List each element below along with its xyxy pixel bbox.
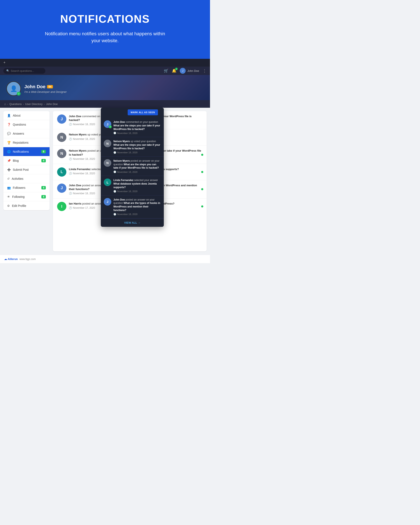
- mark-all-seen-button[interactable]: MARK ALL AS SEEN: [128, 109, 158, 115]
- breadcrumb-current: John Doe: [46, 103, 58, 106]
- sidebar-item-about[interactable]: 👤 About: [3, 111, 50, 120]
- top-bar: +: [0, 59, 210, 66]
- blog-icon: 📌: [7, 159, 11, 162]
- dropdown-meta-4: 🕐 November 18, 2020: [113, 190, 161, 193]
- sidebar-item-blog[interactable]: 📌 Blog 4: [3, 156, 50, 165]
- breadcrumb-user-directory[interactable]: User Directory: [25, 103, 43, 106]
- questions-icon: ❓: [7, 123, 11, 126]
- watermark-logo: ☁ Alilerun: [4, 257, 18, 261]
- dropdown-avatar-5: J: [104, 198, 111, 206]
- breadcrumb-questions[interactable]: Questions: [9, 103, 22, 106]
- dropdown-item-1[interactable]: J ✓ John Doe commented on your question …: [101, 118, 164, 137]
- notif-dot-3: [201, 154, 203, 156]
- dropdown-content-4: Linda Fernandez selected your answer Wha…: [113, 178, 161, 193]
- followers-count: 4: [41, 186, 46, 189]
- user-nav-avatar: J: [180, 68, 186, 74]
- dropdown-date-5: November 18, 2020: [117, 213, 138, 216]
- breadcrumb-sep2: -: [23, 103, 24, 106]
- search-bar[interactable]: 🔍: [3, 68, 45, 74]
- sidebar-label-edit-profile: Edit Profile: [12, 204, 26, 207]
- cart-icon[interactable]: 🛒: [164, 68, 168, 73]
- sidebar-label-reputations: Reputations: [13, 141, 28, 144]
- sidebar-label-about: About: [13, 114, 21, 117]
- breadcrumb-sep1: -: [7, 103, 8, 106]
- clock-icon-1: 🕐: [69, 123, 72, 126]
- notification-dropdown: MARK ALL AS SEEN J ✓ John Doe commented …: [101, 108, 164, 227]
- answers-icon: 💬: [7, 132, 11, 135]
- dropdown-avatar-2: N: [104, 140, 111, 147]
- reputations-icon: 🏆: [7, 141, 11, 144]
- clock-icon-5: 🕐: [69, 192, 72, 195]
- notifications-icon: 🌐: [7, 150, 11, 153]
- dropdown-content-1: John Doe commented on your question What…: [113, 120, 161, 134]
- about-icon: 👤: [7, 114, 11, 117]
- dropdown-item-5[interactable]: J John Doe posted an answer on your ques…: [101, 196, 164, 218]
- dropdown-date-1: November 18, 2020: [117, 132, 138, 134]
- sidebar-item-notifications[interactable]: 🌐 Notifications 6: [3, 147, 50, 156]
- notif-avatar-3: N: [57, 149, 66, 158]
- profile-text: John Doe 64 I'm a Web Developer and Desi…: [24, 84, 67, 94]
- sidebar-item-answers[interactable]: 💬 Answers: [3, 129, 50, 138]
- sidebar-item-submit-post[interactable]: ➕ Submit Post: [3, 165, 50, 174]
- home-icon[interactable]: ⌂: [4, 102, 6, 106]
- notif-avatar-1: J: [57, 114, 66, 124]
- clock-icon-2: 🕐: [69, 138, 72, 141]
- check-badge-1: ✓: [109, 125, 112, 128]
- dropdown-meta-1: 🕐 November 18, 2020: [113, 132, 161, 134]
- breadcrumb: ⌂ - Questions - User Directory - John Do…: [0, 100, 210, 108]
- notifications-count: 6: [41, 150, 46, 153]
- dropdown-meta-3: 🕐 November 18, 2020: [113, 170, 161, 173]
- notif-dot-4: [201, 171, 203, 173]
- notif-avatar-6: I: [57, 202, 66, 211]
- sidebar-item-followers[interactable]: 👥 Followers 4: [3, 183, 50, 192]
- sidebar-label-submit-post: Submit Post: [13, 168, 28, 171]
- dropdown-item-3[interactable]: N Nelson Myers posted an answer on your …: [101, 157, 164, 176]
- sidebar-label-questions: Questions: [13, 123, 26, 126]
- user-nav-name: John Doe: [187, 69, 199, 73]
- dropdown-item-2[interactable]: N Nelson Myers up voted your question Wh…: [101, 137, 164, 156]
- dropdown-date-4: November 18, 2020: [117, 190, 138, 193]
- bell-badge: •: [175, 68, 178, 70]
- dropdown-clock-3: 🕐: [113, 170, 116, 173]
- clock-icon-4: 🕐: [69, 172, 72, 175]
- following-count: 4: [41, 195, 46, 198]
- blog-count: 4: [41, 159, 46, 162]
- sidebar-label-following: Following: [12, 195, 25, 198]
- dropdown-actions: MARK ALL AS SEEN: [101, 108, 164, 118]
- sidebar-item-questions[interactable]: ❓ Questions: [3, 120, 50, 129]
- sidebar-item-following[interactable]: 👁 Following 4: [3, 192, 50, 201]
- notif-dot-6: [201, 205, 203, 207]
- notif-date-2: November 18, 2020: [73, 138, 95, 141]
- add-tab-button[interactable]: +: [3, 60, 6, 65]
- profile-name: John Doe 64: [24, 84, 67, 89]
- sidebar-item-reputations[interactable]: 🏆 Reputations: [3, 138, 50, 147]
- view-all-link[interactable]: VIEW ALL →: [104, 221, 161, 224]
- profile-banner: 👤 ✓ John Doe 64 I'm a Web Developer and …: [0, 75, 210, 100]
- sidebar-item-edit-profile[interactable]: ⚙ Edit Profile: [3, 201, 50, 210]
- watermark-site: www.fqgc.com: [19, 258, 36, 261]
- dropdown-avatar-4: L: [104, 178, 111, 186]
- nav-bar: 🔍 🛒 🔔 • J John Doe ⋮: [0, 66, 210, 75]
- bell-icon[interactable]: 🔔 •: [172, 68, 176, 73]
- notif-date-1: November 18, 2020: [73, 123, 95, 126]
- sidebar-label-followers: Followers: [13, 186, 25, 189]
- user-nav[interactable]: J John Doe: [180, 68, 199, 74]
- clock-icon-6: 🕐: [69, 206, 72, 209]
- search-icon: 🔍: [6, 69, 9, 72]
- sidebar-label-blog: Blog: [13, 159, 19, 162]
- search-input[interactable]: [11, 69, 42, 73]
- activities-icon: ↺: [7, 177, 10, 180]
- dropdown-footer[interactable]: VIEW ALL →: [101, 218, 164, 227]
- notif-avatar-5: J: [57, 184, 66, 193]
- nav-dots[interactable]: ⋮: [202, 68, 207, 73]
- profile-avatar-wrap: 👤 ✓: [6, 81, 21, 96]
- dropdown-date-2: November 18, 2020: [117, 151, 138, 154]
- sidebar-item-activities[interactable]: ↺ Activities: [3, 174, 50, 183]
- notif-date-6: November 17, 2020: [73, 206, 95, 209]
- dropdown-date-3: November 18, 2020: [117, 171, 138, 173]
- main-content: 👤 About ❓ Questions 💬 Answers 🏆: [0, 108, 210, 255]
- dropdown-item-4[interactable]: L Linda Fernandez selected your answer W…: [101, 176, 164, 195]
- edit-profile-icon: ⚙: [7, 204, 10, 207]
- profile-badge: 64: [47, 85, 53, 88]
- breadcrumb-sep3: -: [44, 103, 45, 106]
